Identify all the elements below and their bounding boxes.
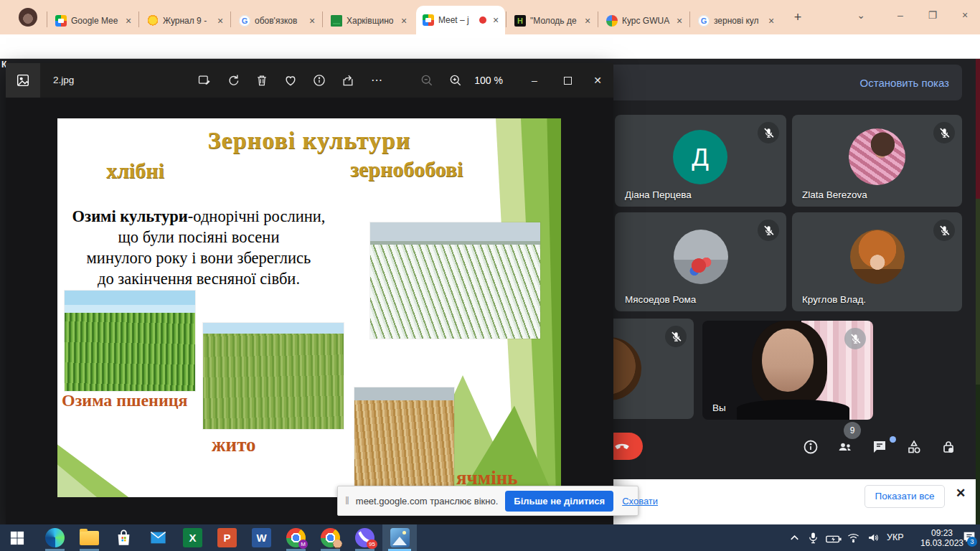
tab-close-icon[interactable]: ×: [673, 15, 686, 27]
powerpoint-icon[interactable]: P: [217, 528, 237, 547]
activities-button[interactable]: [905, 438, 923, 456]
classroom-icon: [331, 15, 342, 27]
tray-date: 16.03.2023: [917, 538, 967, 548]
show-all-button[interactable]: Показати все: [864, 485, 945, 508]
tray-battery-icon[interactable]: [825, 531, 842, 545]
microsoft-store-icon[interactable]: [114, 528, 133, 547]
tray-language-indicator[interactable]: УКР: [887, 532, 904, 542]
avatar: [849, 128, 905, 185]
excel-icon[interactable]: X: [183, 528, 202, 547]
photos-title-bar: 2.jpg ⋯: [6, 63, 613, 98]
presentation-slide-image: Зернові культури хлібні зернобобові Озим…: [57, 118, 561, 497]
tab-zhurnal[interactable]: Журнал 9 - ×: [141, 7, 230, 34]
file-explorer-icon[interactable]: [80, 528, 99, 547]
participant-tile[interactable]: Zlata Berezova: [792, 115, 962, 207]
viber-badge: 95: [367, 540, 377, 549]
participant-tile[interactable]: Круглов Влад.: [792, 212, 962, 311]
tab-kharkivshchyna[interactable]: Харківщино ×: [324, 7, 413, 34]
participant-tile[interactable]: Д Діана Перцева: [615, 115, 786, 207]
viewer-minimize-button[interactable]: –: [524, 63, 545, 98]
mail-icon[interactable]: [149, 528, 168, 547]
paragraph-line: минулого року і вони збереглись: [60, 248, 337, 268]
viber-icon[interactable]: 95: [355, 528, 374, 547]
photos-taskbar-icon[interactable]: [390, 528, 410, 547]
notifications-count-badge: 3: [967, 537, 977, 547]
mic-muted-icon: [933, 220, 955, 241]
viewer-maximize-button[interactable]: [564, 77, 572, 85]
hide-link[interactable]: Сховати: [622, 496, 658, 507]
host-controls-button[interactable]: [940, 438, 957, 456]
tab-close-icon[interactable]: ×: [122, 15, 135, 27]
stop-sharing-button[interactable]: Більше не ділитися: [505, 491, 613, 512]
self-video-tile[interactable]: Вы: [702, 321, 873, 420]
tab-search-chevron-icon[interactable]: ⌄: [850, 6, 872, 24]
tab-close-icon[interactable]: ×: [489, 14, 502, 26]
more-options-button[interactable]: ⋯: [369, 73, 384, 88]
chrome-profile1-icon[interactable]: M: [286, 528, 306, 547]
bottom-notification-strip: Показати все ✕: [613, 479, 976, 524]
photo-winter-wheat: [65, 291, 195, 391]
start-button[interactable]: [9, 529, 25, 546]
avatar: [850, 230, 905, 284]
photo-rye-field: [203, 323, 344, 429]
share-message: meet.google.com транслює вікно.: [356, 496, 499, 507]
slide-heading-left: хлібні: [106, 159, 164, 183]
tray-volume-icon[interactable]: [867, 531, 880, 545]
tab-obovyazkov[interactable]: G обов'язков ×: [232, 7, 321, 34]
tray-clock[interactable]: 09:23 16.03.2023: [917, 528, 967, 548]
drag-handle-icon[interactable]: ‖: [345, 495, 350, 507]
google-g-icon: G: [239, 15, 250, 27]
tray-microphone-icon[interactable]: [806, 531, 820, 545]
stop-presenting-button[interactable]: Остановить показ: [860, 77, 949, 89]
avatar: [674, 230, 728, 284]
window-close-button[interactable]: ×: [954, 6, 976, 24]
browser-profile-avatar[interactable]: [19, 8, 37, 27]
participant-name: Круглов Влад.: [802, 294, 866, 305]
tab-close-icon[interactable]: ×: [397, 15, 410, 27]
meeting-details-button[interactable]: [802, 438, 819, 456]
paragraph-line: до закінчення весняної сівби.: [60, 268, 337, 289]
favorite-button[interactable]: [283, 73, 298, 88]
edge-icon[interactable]: [45, 528, 65, 547]
avatar: Д: [673, 130, 727, 184]
edit-image-button[interactable]: [197, 73, 212, 88]
window-minimize-button[interactable]: –: [890, 6, 911, 24]
label-winter-wheat: Озима пшениця: [62, 391, 188, 410]
zoom-out-button[interactable]: [420, 73, 434, 88]
browser-tab-bar: Google Mee × Журнал 9 - × G обов'язков ×…: [0, 0, 980, 34]
participant-tile[interactable]: Мясоедов Рома: [615, 212, 786, 311]
tray-time: 09:23: [917, 528, 967, 538]
avatar-initial: Д: [692, 143, 709, 171]
tab-kurs-gwua[interactable]: Курс GWUA ×: [600, 7, 689, 34]
tab-label: Курс GWUA: [622, 16, 673, 26]
window-maximize-button[interactable]: ❐: [922, 6, 943, 24]
file-info-button[interactable]: [312, 73, 326, 88]
viewer-close-button[interactable]: ✕: [587, 63, 608, 98]
share-file-button[interactable]: [341, 73, 355, 88]
show-participants-button[interactable]: [837, 438, 854, 456]
tab-molod[interactable]: Н "Молодь де ×: [508, 7, 597, 34]
new-tab-button[interactable]: +: [789, 9, 806, 26]
tray-wifi-icon[interactable]: [847, 531, 860, 545]
zoom-in-button[interactable]: [448, 73, 463, 88]
tab-close-icon[interactable]: ×: [214, 15, 227, 27]
self-video-shoulders: [737, 400, 849, 420]
delete-button[interactable]: [255, 73, 269, 88]
rotate-button[interactable]: [226, 73, 240, 88]
tab-google-meet-home[interactable]: Google Mee ×: [49, 7, 138, 34]
chat-button[interactable]: [871, 438, 888, 456]
tab-close-icon[interactable]: ×: [581, 15, 594, 27]
tab-meet-active[interactable]: Meet – j ×: [416, 6, 505, 34]
word-icon[interactable]: W: [252, 528, 271, 547]
tab-label: Meet – j: [438, 15, 479, 25]
browser-toolbar: ← → ↻ meet.google.com/jnw-jdcx-owq G A ☆…: [0, 34, 980, 59]
paragraph-line: що були посіяні восени: [60, 227, 337, 248]
paragraph-line: -однорічні рослини,: [188, 207, 326, 225]
mic-muted-icon: [758, 122, 779, 143]
close-strip-icon[interactable]: ✕: [956, 486, 966, 501]
tray-chevron-icon[interactable]: [788, 531, 801, 545]
tab-close-icon[interactable]: ×: [306, 15, 319, 27]
chrome-profile2-icon[interactable]: [321, 528, 340, 547]
tab-zernovi[interactable]: G зернові кул ×: [692, 7, 781, 34]
tab-close-icon[interactable]: ×: [765, 15, 778, 27]
